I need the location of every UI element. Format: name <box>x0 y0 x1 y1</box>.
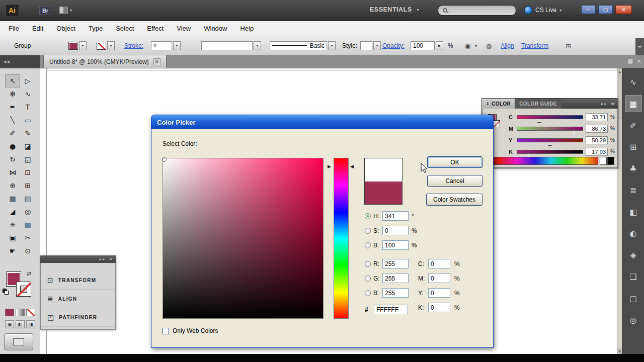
dialog-title-bar[interactable]: Color Picker <box>151 115 493 129</box>
stroke-panel-icon[interactable]: ≣ <box>625 182 642 199</box>
navigator-panel-icon[interactable]: ◎ <box>625 311 642 328</box>
field-input[interactable]: 0 <box>428 303 450 312</box>
workspace-switcher[interactable]: ESSENTIALS ▾ <box>370 6 419 13</box>
stroke-weight-field[interactable]: ⇅ <box>151 41 172 50</box>
hex-input[interactable]: FFFFFF <box>374 305 408 314</box>
brushes-panel-icon[interactable]: ✐ <box>625 117 642 134</box>
menu-object[interactable]: Object <box>50 21 82 36</box>
field-input[interactable]: 0 <box>428 288 450 298</box>
draw-normal-button[interactable]: ▣ <box>5 320 14 328</box>
hue-marker-right-icon[interactable]: ◀ <box>350 164 354 169</box>
arrange-icon[interactable]: ⊞ <box>566 42 571 49</box>
zoom-tool[interactable]: ⊙ <box>20 244 35 257</box>
stroke-weight-combo[interactable]: ⇅ ▾ <box>151 41 181 50</box>
slider-track[interactable] <box>517 150 583 154</box>
slider-marker[interactable] <box>526 153 530 157</box>
slider-track[interactable] <box>517 115 583 119</box>
selection-tool[interactable]: ↖ <box>5 74 20 87</box>
collapsed-panel-align[interactable]: ≣ALIGN <box>41 290 115 308</box>
white-swatch[interactable] <box>600 157 607 165</box>
recolor-artwork-icon[interactable]: ◉ <box>465 42 470 49</box>
slider-popup-icon[interactable]: ▶ <box>436 41 443 50</box>
transform-panel-link[interactable]: Transform <box>521 42 548 49</box>
radio-g[interactable] <box>365 276 371 282</box>
brush-definition-combo[interactable]: Basic ▾ <box>270 41 336 50</box>
width-profile-combo[interactable]: ▾ <box>201 41 261 50</box>
slider-marker[interactable] <box>548 142 552 145</box>
hue-marker-left-icon[interactable]: ▶ <box>328 164 331 169</box>
slider-value-field[interactable]: 33,71 <box>586 113 608 121</box>
field-input[interactable]: 341 <box>382 211 409 221</box>
radio-s[interactable] <box>365 228 371 234</box>
free-transform-tool[interactable]: ⊡ <box>20 166 35 179</box>
shape-builder-tool[interactable]: ⊕ <box>5 179 20 192</box>
chevron-down-icon[interactable]: ▾ <box>373 41 381 50</box>
field-input[interactable]: 255 <box>382 288 409 298</box>
radio-h[interactable] <box>365 213 371 219</box>
mesh-tool[interactable]: ▦ <box>5 192 20 205</box>
chevron-down-icon[interactable]: ▾ <box>328 41 336 50</box>
rotate-tool[interactable]: ↻ <box>5 153 20 166</box>
hand-tool[interactable]: ☛ <box>5 244 20 257</box>
cmyk-spectrum-ramp[interactable] <box>486 157 598 165</box>
field-input[interactable]: 100 <box>382 240 409 250</box>
control-bar-menu-icon[interactable]: ≡ <box>635 38 644 55</box>
stroke-panel-link[interactable]: Stroke: <box>124 42 143 49</box>
scroll-down-icon[interactable]: ▼ <box>617 348 622 354</box>
menu-view[interactable]: View <box>170 21 197 36</box>
draw-inside-button[interactable]: ◨ <box>26 320 35 328</box>
chevron-down-icon[interactable]: ▾ <box>254 41 261 50</box>
swatches-panel-icon[interactable]: ⊞ <box>625 138 642 155</box>
scroll-up-icon[interactable]: ▲ <box>617 68 622 74</box>
slider-value-field[interactable]: 17,03 <box>586 148 608 156</box>
line-segment-tool[interactable]: ╲ <box>5 114 20 127</box>
stepper-icon[interactable]: ⇅ <box>153 43 157 48</box>
menu-help[interactable]: Help <box>233 21 260 36</box>
bridge-launch-button[interactable]: Br <box>39 6 51 15</box>
cancel-button[interactable]: Cancel <box>427 175 482 187</box>
symbol-sprayer-tool[interactable]: ✳ <box>5 218 20 231</box>
pencil-tool[interactable]: ✎ <box>20 127 35 140</box>
radio-b[interactable] <box>365 290 371 296</box>
perspective-grid-tool[interactable]: ⊞ <box>20 179 35 192</box>
screen-mode-button[interactable] <box>4 333 33 350</box>
appearance-panel-icon[interactable]: ∿ <box>625 73 642 90</box>
width-tool[interactable]: ⋈ <box>5 166 20 179</box>
scrollbar-thumb[interactable] <box>618 75 621 119</box>
saturation-brightness-field[interactable] <box>163 158 324 319</box>
slider-value-field[interactable]: 86,73 <box>586 125 608 133</box>
panel-collapse-right-icon[interactable]: ▸ ▸ <box>601 102 607 106</box>
restore-button[interactable]: ▢ <box>598 5 613 14</box>
tab-color[interactable]: ⇕ COLOR <box>482 99 515 109</box>
menu-effect[interactable]: Effect <box>140 21 170 36</box>
direct-selection-tool[interactable]: ▷ <box>20 74 35 87</box>
artboards-panel-icon[interactable]: ▢ <box>625 290 642 307</box>
paintbrush-tool[interactable]: ✐ <box>5 127 20 140</box>
document-tab[interactable]: Untitled-8* @ 100% (CMYK/Preview) × <box>43 55 167 68</box>
radio-r[interactable] <box>365 261 371 267</box>
slider-marker[interactable] <box>537 119 541 122</box>
field-input[interactable]: 0 <box>382 226 409 235</box>
color-field-marker[interactable] <box>162 157 167 162</box>
eraser-tool[interactable]: ◪ <box>20 140 35 153</box>
magic-wand-tool[interactable]: ✻ <box>5 87 20 101</box>
fill-color-combo[interactable]: ▾ <box>68 41 87 50</box>
field-input[interactable]: 255 <box>382 259 409 268</box>
blob-brush-tool[interactable]: ● <box>5 140 20 153</box>
panel-expand-icon[interactable]: ▸ ▸ <box>100 257 105 261</box>
illustrator-app-icon[interactable]: Ai <box>5 4 19 17</box>
gradient-panel-icon[interactable]: ◧ <box>625 203 642 220</box>
radio-b[interactable] <box>365 242 371 248</box>
chevron-down-icon[interactable]: ▾ <box>475 43 477 48</box>
align-panel-link[interactable]: Align <box>501 42 514 49</box>
document-close-icon[interactable]: × <box>153 58 160 65</box>
gradient-tool[interactable]: ▤ <box>20 192 35 205</box>
artboard-tool[interactable]: ▣ <box>5 231 20 244</box>
layers-panel-icon[interactable]: ❏ <box>625 268 642 285</box>
stroke-color-combo[interactable]: ▾ <box>97 41 115 50</box>
color-swatches-button[interactable]: Color Swatches <box>426 194 482 206</box>
menu-select[interactable]: Select <box>109 21 140 36</box>
type-tool[interactable]: T <box>20 101 35 114</box>
slider-value-field[interactable]: 50,29 <box>586 136 608 144</box>
menu-file[interactable]: File <box>2 21 26 36</box>
